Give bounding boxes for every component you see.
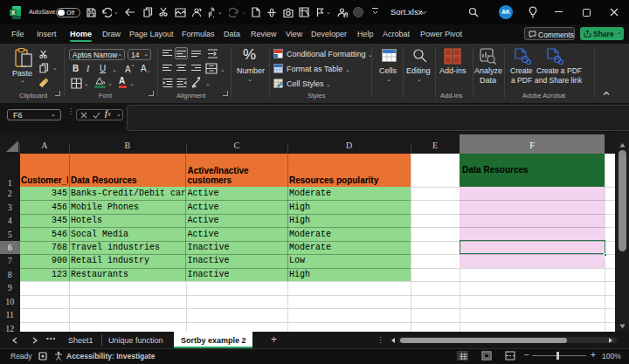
svg-text:X: X — [11, 10, 16, 16]
